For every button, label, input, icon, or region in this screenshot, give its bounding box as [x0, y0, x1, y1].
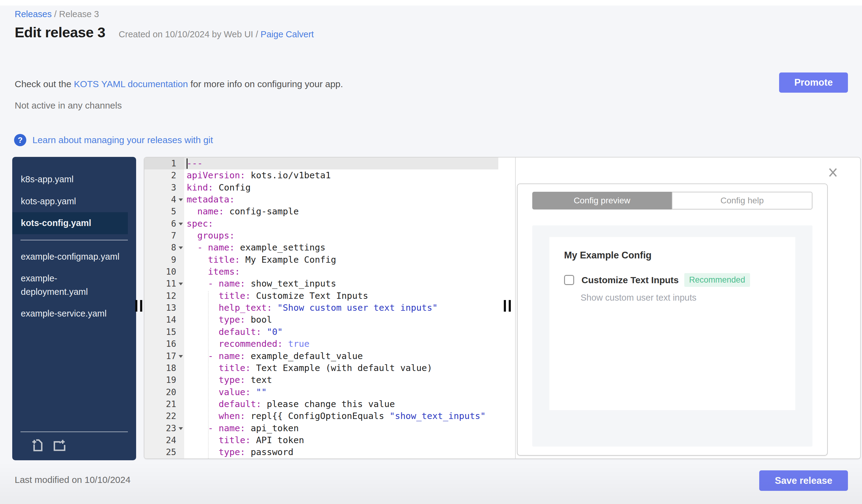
gutter-line-6[interactable]: 6 — [144, 218, 184, 230]
git-releases-link[interactable]: Learn about managing your releases with … — [32, 135, 213, 145]
code-line-1: --- — [184, 158, 498, 170]
gutter-line-23[interactable]: 23 — [144, 422, 184, 434]
gutter-line-12: 12 — [144, 290, 184, 302]
breadcrumb-releases-link[interactable]: Releases — [15, 9, 52, 19]
docs-line: Check out the KOTS YAML documentation fo… — [15, 79, 343, 89]
page: Releases / Release 3 Edit release 3 Crea… — [0, 0, 862, 504]
gutter-line-21: 21 — [144, 398, 184, 410]
gutter-line-19: 19 — [144, 374, 184, 386]
code-line-3: kind: Config — [186, 182, 498, 194]
fold-arrow-icon[interactable] — [179, 223, 183, 225]
code-line-19: type: text — [186, 374, 498, 386]
code-line-20: value: "" — [186, 386, 498, 398]
code-line-16: recommended: true — [186, 338, 498, 350]
gutter-line-20: 20 — [144, 386, 184, 398]
new-folder-icon[interactable] — [53, 438, 67, 453]
panel-resize-handle[interactable] — [504, 300, 511, 311]
top-strip — [0, 0, 862, 5]
gutter-line-15: 15 — [144, 326, 184, 338]
code-line-6: spec: — [186, 218, 498, 230]
gutter-line-14: 14 — [144, 314, 184, 326]
config-group-title: My Example Config — [564, 250, 652, 261]
gutter-line-25: 25 — [144, 446, 184, 458]
yaml-editor[interactable]: 1234567891011121314151617181920212223242… — [144, 158, 498, 459]
code-line-13: help_text: "Show custom user text inputs… — [186, 302, 498, 314]
code-line-25: type: password — [186, 446, 498, 458]
gutter-line-2: 2 — [144, 170, 184, 181]
promote-button[interactable]: Promote — [779, 72, 848, 93]
gutter-line-22: 22 — [144, 410, 184, 422]
sidebar-divider — [21, 240, 128, 240]
text-cursor — [186, 158, 187, 169]
git-help-row: ? Learn about managing your releases wit… — [14, 134, 213, 146]
channel-status: Not active in any channels — [15, 100, 122, 111]
gutter-line-24: 24 — [144, 434, 184, 446]
code-line-7: groups: — [186, 230, 498, 242]
gutter-line-9: 9 — [144, 254, 184, 266]
code-line-22: when: repl{{ ConfigOptionEquals "show_te… — [186, 410, 498, 422]
editor-code-area[interactable]: ---apiVersion: kots.io/v1beta1kind: Conf… — [186, 158, 498, 459]
sidebar-file-k8s-app.yaml[interactable]: k8s-app.yaml — [12, 169, 128, 190]
title-row: Edit release 3 Created on 10/10/2024 by … — [15, 24, 314, 41]
recommended-badge: Recommended — [684, 273, 750, 287]
gutter-line-10: 10 — [144, 266, 184, 278]
gutter-line-16: 16 — [144, 338, 184, 350]
config-item-checkbox[interactable] — [564, 275, 574, 285]
created-info: Created on 10/10/2024 by Web UI / Paige … — [119, 29, 314, 39]
gutter-line-17[interactable]: 17 — [144, 350, 184, 362]
fold-arrow-icon[interactable] — [179, 247, 183, 249]
sidebar-file-kots-app.yaml[interactable]: kots-app.yaml — [12, 190, 128, 213]
code-line-15: default: "0" — [186, 326, 498, 338]
gutter-line-4[interactable]: 4 — [144, 194, 184, 205]
example-config-card: My Example Config Customize Text Inputs … — [549, 237, 795, 410]
breadcrumb: Releases / Release 3 — [15, 9, 99, 19]
tab-config-preview[interactable]: Config preview — [532, 192, 672, 210]
config-item-help-text: Show custom user text inputs — [580, 293, 696, 303]
file-list: k8s-app.yamlkots-app.yamlkots-config.yam… — [12, 157, 136, 325]
save-release-button[interactable]: Save release — [759, 470, 848, 491]
fold-arrow-icon[interactable] — [179, 282, 183, 285]
code-line-10: items: — [186, 266, 498, 278]
editor-gutter: 1234567891011121314151617181920212223242… — [144, 158, 184, 459]
fold-arrow-icon[interactable] — [179, 355, 183, 358]
code-line-21: default: please change this value — [186, 398, 498, 410]
sidebar-file-example-deployment.yaml[interactable]: example-deployment.yaml — [12, 268, 128, 303]
file-sidebar: k8s-app.yamlkots-app.yamlkots-config.yam… — [12, 157, 136, 460]
breadcrumb-current: Release 3 — [59, 9, 99, 19]
gutter-line-3: 3 — [144, 182, 184, 194]
code-line-14: type: bool — [186, 314, 498, 326]
sidebar-divider — [21, 432, 128, 432]
close-icon[interactable] — [826, 165, 840, 180]
new-file-icon[interactable] — [30, 438, 45, 453]
gutter-line-11[interactable]: 11 — [144, 278, 184, 290]
sidebar-file-example-service.yaml[interactable]: example-service.yaml — [12, 303, 128, 325]
gutter-line-13: 13 — [144, 302, 184, 314]
code-line-23: - name: api_token — [186, 422, 498, 434]
code-line-11: - name: show_text_inputs — [186, 278, 498, 290]
gutter-line-1: 1 — [144, 158, 184, 170]
gutter-line-7: 7 — [144, 230, 184, 242]
code-line-9: title: My Example Config — [186, 254, 498, 266]
gutter-line-5: 5 — [144, 205, 184, 217]
fold-arrow-icon[interactable] — [179, 198, 183, 201]
author-link[interactable]: Paige Calvert — [261, 29, 314, 39]
gutter-line-8[interactable]: 8 — [144, 242, 184, 253]
code-line-4: metadata: — [186, 194, 498, 205]
config-item-label: Customize Text Inputs — [582, 275, 679, 285]
kots-yaml-docs-link[interactable]: KOTS YAML documentation — [74, 79, 188, 89]
code-line-24: title: API token — [186, 434, 498, 446]
code-line-2: apiVersion: kots.io/v1beta1 — [186, 170, 498, 181]
editor-workspace: 1234567891011121314151617181920212223242… — [144, 157, 861, 459]
config-preview-card: Config previewConfig help My Example Con… — [517, 184, 828, 456]
code-line-12: title: Customize Text Inputs — [186, 290, 498, 302]
code-line-18: title: Text Example (with default value) — [186, 362, 498, 374]
fold-arrow-icon[interactable] — [179, 427, 183, 430]
config-item-row: Customize Text Inputs Recommended — [564, 273, 750, 287]
sidebar-file-example-configmap.yaml[interactable]: example-configmap.yaml — [12, 246, 128, 268]
breadcrumb-separator: / — [52, 9, 59, 19]
tab-config-help[interactable]: Config help — [672, 192, 812, 210]
sidebar-bottom — [12, 432, 136, 460]
question-circle-icon: ? — [14, 134, 26, 146]
sidebar-resize-handle[interactable] — [135, 300, 142, 311]
sidebar-file-kots-config.yaml[interactable]: kots-config.yaml — [12, 212, 128, 234]
